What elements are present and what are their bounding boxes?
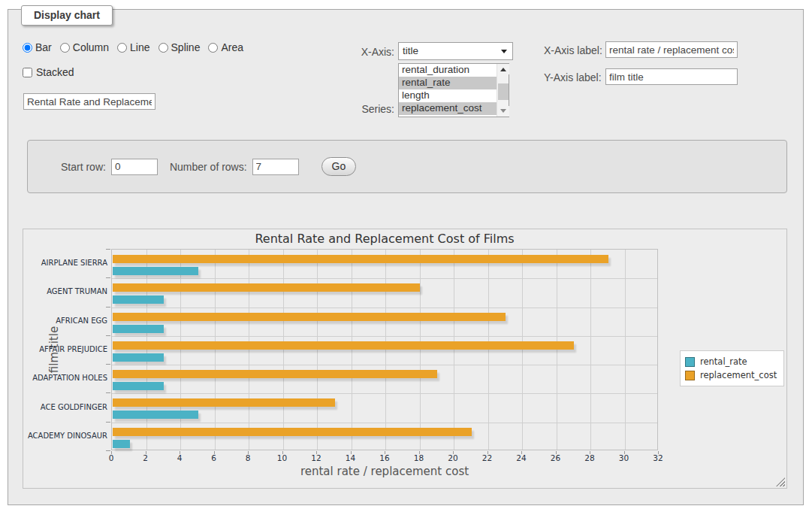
radio-bar[interactable] — [23, 43, 32, 53]
grid-line — [249, 250, 249, 450]
chart-title-input[interactable] — [23, 93, 155, 110]
bar-replacement_cost — [113, 370, 437, 378]
bar-replacement_cost — [113, 398, 335, 407]
axis-tick — [658, 451, 659, 454]
grid-line — [112, 393, 657, 394]
series-option[interactable]: length — [399, 89, 497, 102]
series-list-label: Series: — [319, 103, 394, 115]
x-axis-select-label: X-Axis: — [319, 46, 394, 58]
grid-line — [590, 250, 591, 450]
num-rows-label: Number of rows: — [170, 161, 247, 173]
axis-tick — [624, 451, 625, 454]
grid-line — [215, 250, 216, 450]
grid-line — [352, 250, 352, 450]
axis-tick — [106, 277, 110, 278]
x-tick-label: 4 — [168, 453, 191, 462]
axis-tick — [453, 451, 454, 454]
series-scrollbar[interactable] — [497, 64, 509, 117]
grid-line — [625, 250, 626, 450]
radio-area[interactable] — [208, 43, 218, 53]
x-tick-label: 0 — [100, 453, 122, 462]
bar-replacement_cost — [113, 255, 608, 263]
radio-spline[interactable] — [158, 43, 168, 53]
panel-legend: Display chart — [21, 5, 113, 26]
scrollbar-thumb[interactable] — [498, 83, 509, 100]
axis-tick — [106, 450, 110, 451]
x-tick-label: 30 — [613, 453, 635, 462]
scroll-down-icon — [500, 109, 506, 113]
series-listbox[interactable]: rental_durationrental_ratelengthreplacem… — [398, 63, 509, 117]
radio-option-spline[interactable]: Spline — [158, 41, 201, 53]
chart-container: Rental Rate and Replacement Cost of Film… — [23, 229, 787, 489]
stacked-label: Stacked — [36, 66, 74, 78]
legend-row: rental_rate — [685, 355, 777, 368]
num-rows-input[interactable] — [252, 159, 299, 175]
x-tick-label: 26 — [545, 453, 567, 462]
series-option[interactable]: rental_duration — [399, 64, 497, 77]
axis-tick — [106, 422, 110, 423]
grid-line — [420, 250, 421, 450]
bar-replacement_cost — [113, 341, 574, 350]
x-tick-label: 16 — [373, 453, 396, 462]
axis-tick — [385, 451, 385, 454]
grid-line — [488, 250, 489, 450]
axis-tick — [106, 392, 110, 393]
radio-option-bar[interactable]: Bar — [23, 41, 52, 53]
category-label: ACADEMY DINOSAUR — [23, 432, 107, 440]
category-label: AIRPLANE SIERRA — [23, 259, 107, 267]
x-tick-label: 14 — [340, 453, 362, 462]
axis-tick — [106, 249, 110, 250]
x-tick-label: 2 — [134, 453, 157, 462]
scroll-up-button[interactable] — [497, 64, 509, 74]
series-options: rental_durationrental_ratelengthreplacem… — [399, 64, 497, 117]
start-row-label: Start row: — [61, 161, 106, 173]
axis-tick — [556, 451, 557, 454]
scroll-down-button[interactable] — [497, 106, 509, 117]
series-option[interactable]: rental_rate — [399, 77, 497, 89]
grid-line — [385, 250, 386, 450]
bar-rental_rate — [113, 295, 164, 304]
bar-rental_rate — [113, 382, 164, 390]
radio-option-line[interactable]: Line — [117, 41, 149, 53]
axis-tick — [111, 451, 112, 454]
legend-swatch — [685, 357, 695, 367]
bar-rental_rate — [113, 411, 198, 419]
x-axis-select[interactable]: title — [398, 42, 513, 60]
axis-tick — [180, 451, 180, 454]
axis-tick — [106, 364, 110, 365]
x-tick-label: 18 — [408, 453, 430, 462]
x-axis-title: rental rate / replacement cost — [111, 465, 658, 478]
category-label: AFFAIR PREJUDICE — [23, 345, 107, 353]
series-option[interactable]: replacement_cost — [399, 102, 497, 115]
bar-rental_rate — [113, 440, 130, 448]
radio-line[interactable] — [117, 43, 127, 53]
axis-tick — [351, 451, 352, 454]
stacked-checkbox[interactable] — [23, 68, 32, 77]
radio-option-area[interactable]: Area — [208, 41, 243, 53]
category-label: ACE GOLDFINGER — [23, 403, 107, 411]
legend-label: rental_rate — [700, 356, 747, 367]
resize-handle-icon[interactable] — [776, 477, 785, 486]
axis-tick — [248, 451, 249, 454]
category-label: ADAPTATION HOLES — [23, 374, 107, 382]
legend-label: replacement_cost — [700, 370, 777, 380]
radio-option-column[interactable]: Column — [60, 41, 109, 53]
radio-column[interactable] — [60, 43, 70, 53]
go-button[interactable]: Go — [321, 157, 357, 176]
x-axis-label-label: X-Axis label: — [544, 44, 602, 56]
bar-replacement_cost — [113, 428, 472, 436]
axis-tick — [214, 451, 215, 454]
x-tick-label: 10 — [271, 453, 294, 462]
grid-line — [283, 250, 284, 450]
x-tick-label: 20 — [442, 453, 464, 462]
x-axis-label-input[interactable] — [605, 41, 738, 58]
y-axis-label-label: Y-Axis label: — [544, 71, 602, 83]
category-label: AFRICAN EGG — [23, 317, 107, 325]
scroll-up-icon — [500, 68, 506, 71]
x-axis-selected-value: title — [403, 45, 418, 56]
grid-line — [112, 423, 657, 423]
y-axis-label-input[interactable] — [605, 68, 738, 85]
start-row-input[interactable] — [111, 159, 158, 175]
grid-line — [146, 250, 147, 450]
plot-area — [111, 249, 658, 450]
